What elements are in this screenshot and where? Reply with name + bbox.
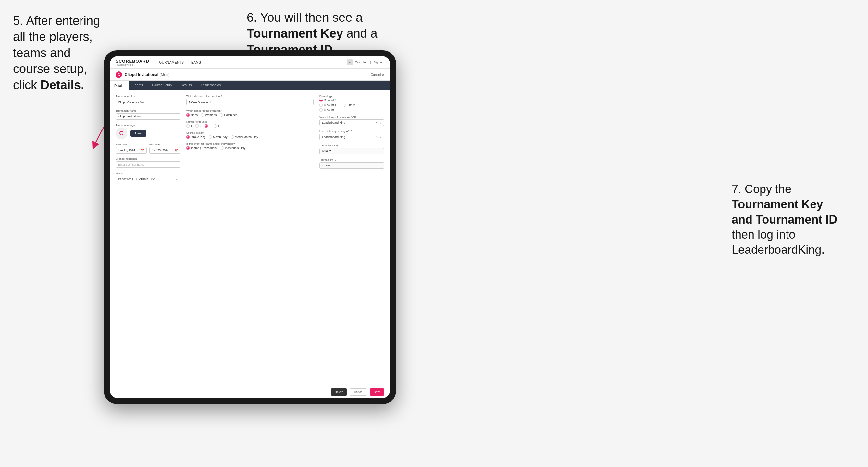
end-date-group: End date Jan 23, 2024 📅 — [149, 143, 181, 154]
format-6count5[interactable]: 6 count 5 — [319, 108, 384, 112]
annotation-right-bold2: and Tournament ID — [732, 213, 837, 226]
third-party-2-actions: ✕ ⌄ — [375, 135, 382, 138]
logo-area: SCOREBOARD Powered by clipd — [116, 59, 149, 66]
nav-user: Test User — [355, 61, 368, 64]
radio-teams-circle — [186, 146, 190, 150]
annotation-left: 5. After entering all the players, teams… — [13, 13, 107, 93]
tournament-id-value[interactable]: 302051 — [319, 162, 384, 169]
gender-combined[interactable]: Combined — [220, 113, 237, 117]
radio-4-circle — [214, 124, 217, 128]
annotation-left-line1: 5. After entering — [13, 14, 100, 28]
format-5count4[interactable]: 5 count 4 — [319, 99, 384, 102]
tab-leaderboards[interactable]: Leaderboards — [196, 81, 226, 90]
gender-womens[interactable]: Womens — [201, 113, 217, 117]
form-layout: Tournament Host Clippd College - Men Tou… — [116, 95, 384, 186]
tournament-key-value[interactable]: b4f6b7 — [319, 148, 384, 154]
annotation-left-line4: course setup, — [13, 62, 87, 75]
rounds-field-group: Number of rounds 1 2 — [186, 120, 314, 128]
logo-sub: Powered by clipd — [116, 64, 149, 66]
annotation-right-line2: then log into — [732, 228, 795, 241]
tournament-header: C Clippd Invitational (Men) Cancel ✕ — [110, 69, 390, 81]
dates-field-group: Start date Jan 21, 2024 📅 End date Jan 2… — [116, 143, 181, 154]
scoring-label: Scoring system — [186, 131, 314, 134]
venue-input[interactable]: Peachtree GC - Atlanta - GA — [116, 176, 181, 182]
division-label: Which division is the event for? — [186, 95, 314, 98]
start-date-input[interactable]: Jan 21, 2024 📅 — [116, 147, 147, 154]
tournament-title-row: C Clippd Invitational (Men) — [116, 71, 170, 78]
tab-teams[interactable]: Teams — [129, 81, 147, 90]
third-party-1-group: Use third-party live scoring API? Leader… — [319, 116, 384, 126]
logo-label: Tournament logo — [116, 124, 181, 127]
save-button[interactable]: Save — [370, 388, 384, 396]
sponsor-input[interactable]: Enter sponsor name — [116, 161, 181, 168]
scoring-medal[interactable]: Medal Match Play — [231, 135, 258, 138]
cancel-x-button[interactable]: Cancel ✕ — [371, 73, 384, 76]
radio-mens-circle — [186, 113, 190, 117]
end-date-input[interactable]: Jan 23, 2024 📅 — [149, 147, 181, 154]
logo-upload-area: C Upload — [116, 128, 181, 139]
radio-medal-circle — [231, 135, 234, 138]
rounds-4[interactable]: 4 — [214, 124, 219, 128]
sign-out-link[interactable]: Sign out — [374, 61, 384, 64]
col-left: Tournament Host Clippd College - Men Tou… — [116, 95, 181, 186]
rounds-3[interactable]: 3 — [205, 124, 210, 128]
annotation-left-line2: all the players, — [13, 30, 93, 43]
calendar-icon: 📅 — [141, 149, 144, 152]
annotation-left-bold: Details. — [40, 78, 84, 92]
teams-with-individuals[interactable]: Teams (+Individuals) — [186, 146, 217, 150]
individuals-only[interactable]: Individuals Only — [221, 146, 246, 150]
annotation-right-line3: LeaderboardKing. — [732, 243, 825, 256]
third-party-1-input[interactable]: Leaderboard King ✕ ⌄ — [319, 119, 384, 126]
annotation-top-text2: and a — [343, 27, 377, 40]
logo-text: SCOREBOARD — [116, 59, 149, 64]
main-content: Tournament Host Clippd College - Men Tou… — [110, 90, 390, 385]
format-6count4[interactable]: 6 count 4 Other — [319, 103, 384, 107]
end-date-label: End date — [149, 143, 181, 146]
gender-label: Which gender is the event for? — [186, 110, 314, 112]
tournament-id-label: Tournament ID — [319, 158, 384, 161]
host-input[interactable]: Clippd College - Men — [116, 99, 181, 105]
name-field-group: Tournament name Clippd Invitational — [116, 110, 181, 120]
tab-details[interactable]: Details — [110, 81, 129, 90]
radio-5c4-circle — [319, 99, 323, 102]
calendar-icon-end: 📅 — [174, 149, 178, 152]
gender-mens[interactable]: Mens — [186, 113, 198, 117]
radio-6c5-circle — [319, 108, 323, 112]
third-party-2-group: Use third-party scoring API? Leaderboard… — [319, 130, 384, 140]
format-options: 5 count 4 6 count 4 Other — [319, 99, 384, 112]
cancel-button[interactable]: Cancel — [350, 388, 367, 396]
rounds-2[interactable]: 2 — [195, 124, 201, 128]
sponsor-label: Sponsor (optional) — [116, 157, 181, 160]
third-party-2-input[interactable]: Leaderboard King ✕ ⌄ — [319, 134, 384, 140]
annotation-top-line1: 6. You will then see a — [247, 11, 363, 24]
tab-course-setup[interactable]: Course Setup — [147, 81, 176, 90]
dates-row: Start date Jan 21, 2024 📅 End date Jan 2… — [116, 143, 181, 154]
nav-teams[interactable]: TEAMS — [189, 61, 201, 64]
radio-womens-circle — [201, 113, 204, 117]
format-field-group: Format type 5 count 4 6 count 4 — [319, 95, 384, 112]
scoring-radio-group: Stroke Play Match Play Medal Match Play — [186, 135, 314, 138]
radio-1-circle — [186, 124, 190, 128]
host-field-group: Tournament Host Clippd College - Men — [116, 95, 181, 105]
radio-stroke-circle — [186, 135, 190, 138]
delete-button[interactable]: Delete — [331, 388, 347, 396]
radio-6c4-circle — [319, 103, 323, 107]
tournament-key-group: Tournament Key b4f6b7 — [319, 144, 384, 154]
rounds-1[interactable]: 1 — [186, 124, 192, 128]
nav-tournaments[interactable]: TOURNAMENTS — [157, 61, 184, 64]
teams-field-group: Is this event for Teams and/or Individua… — [186, 143, 314, 150]
annotation-top-bold1: Tournament Key — [247, 27, 343, 40]
division-input[interactable]: NCAA Division III — [186, 99, 314, 105]
col-right: Format type 5 count 4 6 count 4 — [319, 95, 384, 186]
scoring-field-group: Scoring system Stroke Play Match Play — [186, 131, 314, 138]
name-input[interactable]: Clippd Invitational — [116, 113, 181, 120]
tab-results[interactable]: Results — [176, 81, 196, 90]
nav-links: TOURNAMENTS TEAMS — [157, 61, 347, 64]
scoring-match[interactable]: Match Play — [209, 135, 227, 138]
gender-radio-group: Mens Womens Combined — [186, 113, 314, 117]
annotation-right: 7. Copy the Tournament Key and Tournamen… — [732, 182, 855, 258]
scoring-stroke[interactable]: Stroke Play — [186, 135, 206, 138]
upload-button[interactable]: Upload — [130, 130, 146, 136]
annotation-left-line5: click — [13, 78, 40, 92]
annotation-right-line1: 7. Copy the — [732, 182, 792, 196]
